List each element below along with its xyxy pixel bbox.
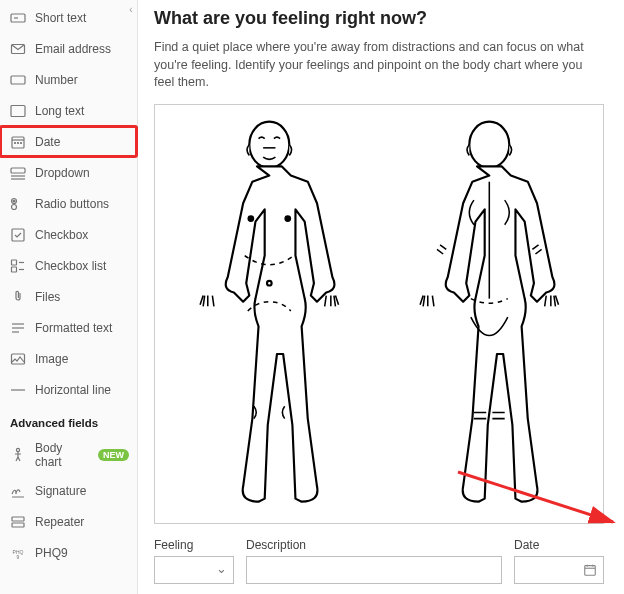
sidebar-item-label: Body chart bbox=[35, 441, 85, 469]
sidebar-item-label: Number bbox=[35, 73, 78, 87]
svg-rect-28 bbox=[12, 523, 24, 527]
description-field: Description bbox=[246, 538, 502, 584]
short-text-icon bbox=[10, 10, 26, 26]
sidebar-item-label: PHQ9 bbox=[35, 546, 68, 560]
new-badge: NEW bbox=[98, 449, 129, 461]
date-icon bbox=[10, 134, 26, 150]
sidebar-item-label: Dropdown bbox=[35, 166, 90, 180]
svg-rect-17 bbox=[12, 260, 17, 265]
feeling-select[interactable] bbox=[154, 556, 234, 584]
sidebar-item-dropdown[interactable]: Dropdown bbox=[0, 157, 137, 188]
email-icon bbox=[10, 41, 26, 57]
question-title: What are you feeling right now? bbox=[154, 8, 604, 29]
sidebar-item-long-text[interactable]: Long text bbox=[0, 95, 137, 126]
sidebar-item-short-text[interactable]: Short text bbox=[0, 2, 137, 33]
field-types-sidebar: ‹ Short text Email address Number Long t… bbox=[0, 0, 138, 594]
date-field: Date bbox=[514, 538, 604, 584]
sidebar-item-number[interactable]: Number bbox=[0, 64, 137, 95]
body-chart-canvas[interactable] bbox=[154, 104, 604, 524]
svg-point-31 bbox=[249, 121, 289, 167]
image-icon bbox=[10, 351, 26, 367]
signature-icon bbox=[10, 483, 26, 499]
radio-icon bbox=[10, 196, 26, 212]
svg-point-8 bbox=[18, 142, 19, 143]
body-front-figure bbox=[177, 114, 362, 514]
question-instructions: Find a quiet place where you're away fro… bbox=[154, 39, 604, 92]
horizontal-line-icon bbox=[10, 382, 26, 398]
date-label: Date bbox=[514, 538, 604, 552]
collapse-sidebar-button[interactable]: ‹ bbox=[124, 2, 138, 16]
files-icon bbox=[10, 289, 26, 305]
sidebar-item-label: Date bbox=[35, 135, 60, 149]
sidebar-item-label: Long text bbox=[35, 104, 84, 118]
long-text-icon bbox=[10, 103, 26, 119]
phq9-icon: PHQ9 bbox=[10, 545, 26, 561]
sidebar-item-phq9[interactable]: PHQ9 PHQ9 bbox=[0, 537, 137, 568]
sidebar-item-label: Horizontal line bbox=[35, 383, 111, 397]
sidebar-item-horizontal-line[interactable]: Horizontal line bbox=[0, 374, 137, 405]
sidebar-item-label: Short text bbox=[35, 11, 86, 25]
svg-point-33 bbox=[248, 216, 253, 221]
repeater-icon bbox=[10, 514, 26, 530]
svg-point-15 bbox=[12, 204, 17, 209]
feeling-field: Feeling bbox=[154, 538, 234, 584]
svg-point-34 bbox=[285, 216, 290, 221]
sidebar-item-label: Checkbox bbox=[35, 228, 88, 242]
description-label: Description bbox=[246, 538, 502, 552]
sidebar-item-label: Checkbox list bbox=[35, 259, 106, 273]
svg-point-7 bbox=[15, 142, 16, 143]
sidebar-item-email[interactable]: Email address bbox=[0, 33, 137, 64]
svg-point-36 bbox=[469, 121, 509, 167]
sidebar-item-formatted-text[interactable]: Formatted text bbox=[0, 312, 137, 343]
sidebar-item-label: Files bbox=[35, 290, 60, 304]
svg-rect-3 bbox=[11, 76, 25, 84]
checkbox-icon bbox=[10, 227, 26, 243]
sidebar-item-label: Signature bbox=[35, 484, 86, 498]
sidebar-item-files[interactable]: Files bbox=[0, 281, 137, 312]
svg-rect-38 bbox=[585, 565, 596, 575]
sidebar-item-repeater[interactable]: Repeater bbox=[0, 506, 137, 537]
svg-rect-4 bbox=[11, 105, 25, 116]
svg-rect-10 bbox=[11, 168, 25, 173]
form-preview-panel: What are you feeling right now? Find a q… bbox=[138, 0, 624, 594]
formatted-text-icon bbox=[10, 320, 26, 336]
number-icon bbox=[10, 72, 26, 88]
sidebar-item-signature[interactable]: Signature bbox=[0, 475, 137, 506]
body-chart-icon bbox=[10, 447, 26, 463]
sidebar-item-label: Email address bbox=[35, 42, 111, 56]
description-input[interactable] bbox=[246, 556, 502, 584]
sidebar-item-label: Image bbox=[35, 352, 68, 366]
svg-rect-16 bbox=[12, 229, 24, 241]
date-input[interactable] bbox=[514, 556, 604, 584]
svg-point-9 bbox=[21, 142, 22, 143]
sidebar-item-image[interactable]: Image bbox=[0, 343, 137, 374]
svg-text:9: 9 bbox=[17, 554, 20, 560]
sidebar-item-label: Radio buttons bbox=[35, 197, 109, 211]
calendar-icon bbox=[583, 563, 597, 577]
sidebar-item-label: Formatted text bbox=[35, 321, 112, 335]
advanced-fields-heading: Advanced fields bbox=[0, 405, 137, 435]
entry-fields-row: Feeling Description Date bbox=[154, 538, 604, 584]
checkbox-list-icon bbox=[10, 258, 26, 274]
dropdown-icon bbox=[10, 165, 26, 181]
sidebar-item-checkbox-list[interactable]: Checkbox list bbox=[0, 250, 137, 281]
body-back-figure bbox=[397, 114, 582, 514]
sidebar-item-checkbox[interactable]: Checkbox bbox=[0, 219, 137, 250]
sidebar-item-radio[interactable]: Radio buttons bbox=[0, 188, 137, 219]
sidebar-item-label: Repeater bbox=[35, 515, 84, 529]
svg-rect-18 bbox=[12, 267, 17, 272]
svg-rect-27 bbox=[12, 517, 24, 521]
feeling-label: Feeling bbox=[154, 538, 234, 552]
svg-point-14 bbox=[13, 200, 15, 202]
svg-point-26 bbox=[16, 448, 19, 451]
sidebar-item-body-chart[interactable]: Body chart NEW bbox=[0, 435, 137, 475]
sidebar-item-date[interactable]: Date bbox=[0, 126, 137, 157]
